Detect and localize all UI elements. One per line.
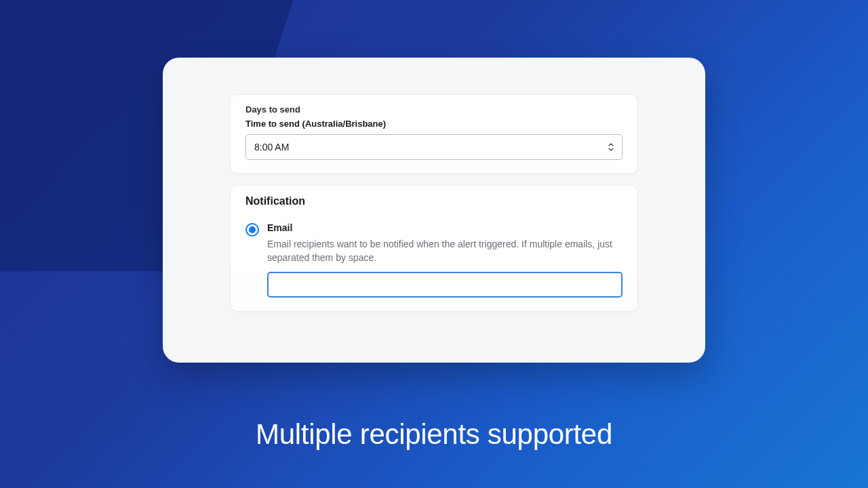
radio-selected-dot (249, 226, 256, 233)
email-radio[interactable] (245, 223, 259, 237)
email-option-row: Email Email recipients want to be notifi… (245, 222, 623, 298)
inner-container: Days to send Time to send (Australia/Bri… (163, 58, 705, 311)
marketing-caption: Multiple recipients supported (0, 418, 868, 451)
notification-title: Notification (245, 195, 623, 207)
email-option-label: Email (267, 222, 623, 233)
time-select[interactable]: 8:00 AM (245, 134, 623, 160)
time-to-send-label: Time to send (Australia/Brisbane) (245, 119, 623, 129)
email-option-description: Email recipients want to be notified whe… (267, 237, 623, 265)
time-select-value: 8:00 AM (254, 142, 289, 152)
email-option-content: Email Email recipients want to be notifi… (267, 222, 623, 298)
settings-panel: Days to send Time to send (Australia/Bri… (163, 58, 705, 363)
days-to-send-label: Days to send (245, 104, 623, 115)
schedule-card: Days to send Time to send (Australia/Bri… (231, 95, 637, 174)
time-select-wrap: 8:00 AM (245, 134, 623, 160)
email-recipients-input[interactable] (267, 272, 623, 298)
notification-card: Notification Email Email recipients want… (231, 186, 637, 311)
